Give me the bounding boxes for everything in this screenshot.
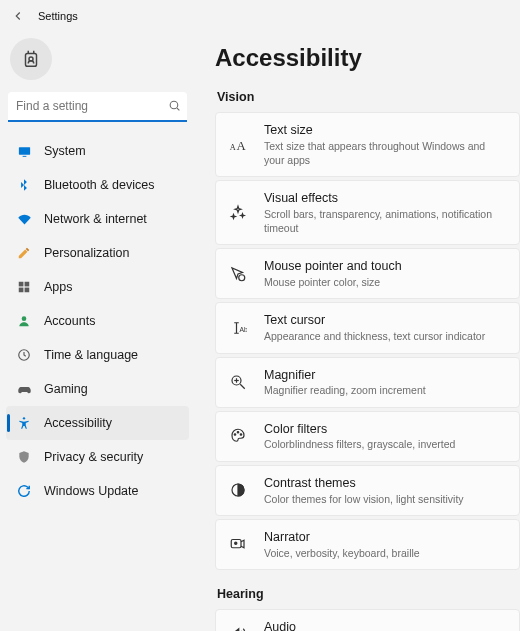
svg-text:Ab: Ab <box>240 326 248 333</box>
svg-rect-9 <box>25 288 30 293</box>
card-color-filters[interactable]: Color filters Colorblindness filters, gr… <box>215 411 520 462</box>
time-icon <box>16 348 32 362</box>
sidebar: System Bluetooth & devices Network & int… <box>0 28 195 631</box>
network-icon <box>16 212 32 227</box>
card-title: Magnifier <box>264 367 426 384</box>
svg-text:A: A <box>237 138 247 152</box>
nav-item-bluetooth[interactable]: Bluetooth & devices <box>6 168 189 202</box>
card-sub: Voice, verbosity, keyboard, braille <box>264 546 420 560</box>
text-cursor-icon: Ab <box>228 318 248 338</box>
search-input[interactable] <box>8 92 187 122</box>
nav-item-accounts[interactable]: Accounts <box>6 304 189 338</box>
main-content: Accessibility Vision AA Text size Text s… <box>195 28 520 631</box>
card-text-size[interactable]: AA Text size Text size that appears thro… <box>215 112 520 177</box>
audio-icon <box>228 624 248 631</box>
card-sub: Scroll bars, transparency, animations, n… <box>264 207 507 235</box>
svg-line-18 <box>240 384 245 389</box>
nav-label: Accounts <box>44 314 95 328</box>
card-sub: Color themes for low vision, light sensi… <box>264 492 464 506</box>
card-title: Text size <box>264 122 507 139</box>
card-sub: Appearance and thickness, text cursor in… <box>264 329 485 343</box>
nav-item-system[interactable]: System <box>6 134 189 168</box>
svg-point-12 <box>23 417 25 419</box>
personalization-icon <box>16 246 32 260</box>
nav-item-gaming[interactable]: Gaming <box>6 372 189 406</box>
card-title: Color filters <box>264 421 455 438</box>
accounts-icon <box>16 314 32 328</box>
svg-line-3 <box>177 108 179 110</box>
svg-rect-0 <box>26 54 37 67</box>
nav-label: Network & internet <box>44 212 147 226</box>
card-sub: Colorblindness filters, grayscale, inver… <box>264 437 455 451</box>
user-avatar[interactable] <box>10 38 52 80</box>
card-title: Mouse pointer and touch <box>264 258 402 275</box>
titlebar: Settings <box>0 0 520 28</box>
card-title: Visual effects <box>264 190 507 207</box>
magnifier-icon <box>228 372 248 392</box>
card-audio[interactable]: Audio Mono audio, audio notifications <box>215 609 520 631</box>
back-button[interactable] <box>8 6 28 26</box>
svg-point-2 <box>170 101 178 109</box>
nav-item-privacy[interactable]: Privacy & security <box>6 440 189 474</box>
svg-point-15 <box>239 275 245 281</box>
nav-item-time[interactable]: Time & language <box>6 338 189 372</box>
visual-effects-icon <box>228 203 248 223</box>
nav-label: System <box>44 144 86 158</box>
svg-point-23 <box>240 434 242 436</box>
card-title: Text cursor <box>264 312 485 329</box>
nav-label: Accessibility <box>44 416 112 430</box>
vision-list: AA Text size Text size that appears thro… <box>215 112 520 573</box>
color-filters-icon <box>228 426 248 446</box>
svg-rect-8 <box>19 288 24 293</box>
accessibility-icon <box>16 416 32 430</box>
section-header-vision: Vision <box>217 90 520 104</box>
nav-item-accessibility[interactable]: Accessibility <box>6 406 189 440</box>
mouse-pointer-icon <box>228 264 248 284</box>
nav-item-personalization[interactable]: Personalization <box>6 236 189 270</box>
card-title: Contrast themes <box>264 475 464 492</box>
nav-label: Windows Update <box>44 484 139 498</box>
search-icon <box>168 99 181 115</box>
section-header-hearing: Hearing <box>217 587 520 601</box>
card-visual-effects[interactable]: Visual effects Scroll bars, transparency… <box>215 180 520 245</box>
card-title: Narrator <box>264 529 420 546</box>
card-text-cursor[interactable]: Ab Text cursor Appearance and thickness,… <box>215 302 520 353</box>
window-title: Settings <box>38 10 78 22</box>
card-contrast-themes[interactable]: Contrast themes Color themes for low vis… <box>215 465 520 516</box>
svg-rect-4 <box>18 147 29 155</box>
svg-rect-7 <box>25 282 30 287</box>
privacy-icon <box>16 450 32 464</box>
system-icon <box>16 144 32 159</box>
nav-item-apps[interactable]: Apps <box>6 270 189 304</box>
card-magnifier[interactable]: Magnifier Magnifier reading, zoom increm… <box>215 357 520 408</box>
nav-label: Privacy & security <box>44 450 143 464</box>
card-sub: Text size that appears throughout Window… <box>264 139 507 167</box>
bluetooth-icon <box>16 178 32 192</box>
nav-label: Bluetooth & devices <box>44 178 155 192</box>
svg-rect-5 <box>22 155 26 156</box>
nav-label: Time & language <box>44 348 138 362</box>
nav-label: Personalization <box>44 246 129 260</box>
text-size-icon: AA <box>228 135 248 155</box>
contrast-themes-icon <box>228 480 248 500</box>
svg-point-21 <box>234 434 236 436</box>
nav-item-update[interactable]: Windows Update <box>6 474 189 508</box>
svg-point-22 <box>237 432 239 434</box>
nav-list: System Bluetooth & devices Network & int… <box>6 134 189 508</box>
nav-item-network[interactable]: Network & internet <box>6 202 189 236</box>
page-title: Accessibility <box>215 44 520 72</box>
svg-point-26 <box>235 542 237 544</box>
svg-rect-6 <box>19 282 24 287</box>
apps-icon <box>16 280 32 294</box>
card-sub: Mouse pointer color, size <box>264 275 402 289</box>
card-sub: Magnifier reading, zoom increment <box>264 383 426 397</box>
hearing-list: Audio Mono audio, audio notifications CC… <box>215 609 520 631</box>
nav-label: Apps <box>44 280 73 294</box>
gaming-icon <box>16 382 32 397</box>
card-narrator[interactable]: Narrator Voice, verbosity, keyboard, bra… <box>215 519 520 570</box>
svg-point-10 <box>22 316 27 321</box>
update-icon <box>16 484 32 498</box>
nav-label: Gaming <box>44 382 88 396</box>
search-box[interactable] <box>8 92 187 122</box>
card-mouse-pointer[interactable]: Mouse pointer and touch Mouse pointer co… <box>215 248 520 299</box>
